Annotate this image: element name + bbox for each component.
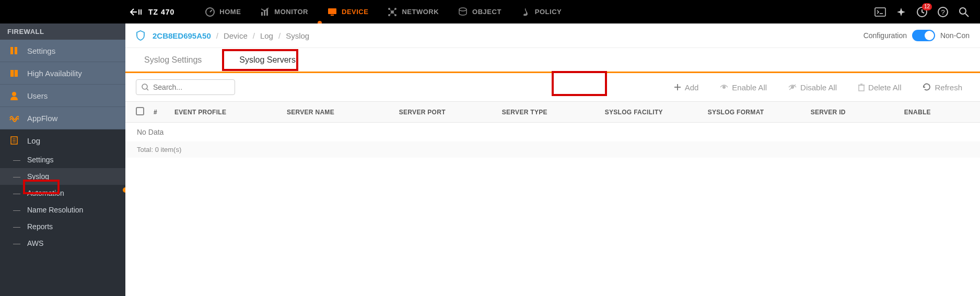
sub-item-aws[interactable]: —AWS: [0, 235, 125, 252]
delete-all-button[interactable]: Delete All: [850, 80, 908, 95]
enable-all-button[interactable]: Enable All: [712, 80, 774, 95]
sidebar-item-appflow[interactable]: AppFlow: [0, 107, 125, 129]
total-value: 0 item(s): [155, 146, 182, 153]
nav-home[interactable]: HOME: [195, 0, 250, 23]
sub-item-label: Automation: [27, 189, 64, 197]
nodes-icon: [387, 7, 398, 17]
svg-rect-7: [328, 8, 336, 14]
sidebar-item-label: AppFlow: [27, 114, 57, 123]
svg-rect-43: [859, 85, 864, 91]
nav-device[interactable]: DEVICE: [318, 0, 378, 23]
th-server-name[interactable]: SERVER NAME: [287, 109, 399, 116]
tab-syslog-settings[interactable]: Syslog Settings: [136, 49, 210, 71]
tabs: Syslog Settings Syslog Servers: [125, 48, 980, 73]
toggle-knob: [925, 31, 934, 40]
nav-monitor[interactable]: MONITOR: [250, 0, 318, 23]
stack-icon: [458, 7, 468, 17]
sub-item-syslog[interactable]: —Syslog: [0, 168, 125, 185]
refresh-icon: [922, 82, 931, 92]
nav-label: POLICY: [535, 8, 562, 16]
svg-point-24: [960, 8, 966, 14]
nav-label: MONITOR: [274, 8, 308, 16]
svg-point-40: [722, 86, 726, 89]
nav-policy[interactable]: POLICY: [511, 0, 571, 23]
crumb-serial[interactable]: 2CB8ED695A50: [153, 31, 211, 40]
sub-item-label: Name Resolution: [27, 206, 83, 214]
search-input[interactable]: [153, 83, 229, 91]
sub-item-label: AWS: [27, 239, 43, 247]
th-server-port[interactable]: SERVER PORT: [399, 109, 502, 116]
th-num[interactable]: #: [154, 109, 174, 116]
tab-syslog-servers[interactable]: Syslog Servers: [231, 49, 304, 71]
main-content: 2CB8ED695A50 / Device / Log / Syslog Con…: [125, 23, 980, 296]
btn-label: Add: [685, 83, 699, 92]
svg-rect-27: [15, 47, 17, 54]
user-icon: [9, 91, 20, 100]
th-syslog-facility[interactable]: SYSLOG FACILITY: [605, 109, 708, 116]
table-no-data: No Data: [125, 123, 980, 141]
config-mode-label: Non-Con: [940, 31, 970, 40]
tab-label: Syslog Settings: [144, 55, 202, 64]
nav-network[interactable]: NETWORK: [378, 0, 448, 23]
sidebar-item-log[interactable]: Log: [0, 129, 125, 151]
th-syslog-format[interactable]: SYSLOG FORMAT: [708, 109, 811, 116]
config-toggle[interactable]: [912, 30, 935, 41]
sub-item-settings[interactable]: —Settings: [0, 151, 125, 168]
search-icon: [142, 84, 149, 91]
search-input-wrap[interactable]: [136, 79, 235, 95]
total-label: Total:: [137, 146, 153, 153]
back-arrow-icon[interactable]: [130, 8, 143, 16]
disable-icon: [788, 84, 797, 91]
nav-label: HOME: [219, 8, 241, 16]
disable-all-button[interactable]: Disable All: [780, 80, 844, 95]
sub-item-name-resolution[interactable]: —Name Resolution: [0, 202, 125, 218]
svg-line-25: [965, 14, 969, 17]
crumb-sep: /: [216, 31, 218, 40]
nav-object[interactable]: OBJECT: [448, 0, 511, 23]
sub-item-label: Reports: [27, 222, 53, 231]
gauge-icon: [205, 7, 215, 17]
th-server-id[interactable]: SERVER ID: [811, 109, 904, 116]
help-icon[interactable]: ?: [937, 6, 949, 18]
chart-icon: [260, 7, 270, 17]
th-event-profile[interactable]: EVENT PROFILE: [174, 109, 287, 116]
checkbox-icon[interactable]: [136, 107, 144, 115]
monitor-icon: [327, 7, 337, 17]
terminal-icon[interactable]: [874, 6, 886, 18]
svg-line-14: [389, 9, 392, 12]
th-server-type[interactable]: SERVER TYPE: [502, 109, 605, 116]
sub-item-automation[interactable]: —Automation: [0, 185, 125, 202]
sidebar-item-settings[interactable]: Settings: [0, 40, 125, 62]
sidebar-section-firewall: FIREWALL: [0, 23, 125, 40]
sidebar-item-label: Log: [27, 136, 40, 145]
alerts-icon[interactable]: 12: [916, 6, 928, 18]
svg-rect-4: [261, 12, 263, 16]
sub-item-reports[interactable]: —Reports: [0, 218, 125, 235]
th-checkbox[interactable]: [136, 107, 154, 117]
search-icon[interactable]: [958, 6, 970, 18]
sidebar-item-ha[interactable]: High Availability: [0, 62, 125, 85]
refresh-button[interactable]: Refresh: [915, 79, 970, 95]
nav-label: DEVICE: [342, 8, 368, 16]
table-header: # EVENT PROFILE SERVER NAME SERVER PORT …: [125, 101, 980, 123]
flame-icon: [520, 7, 531, 17]
enable-icon: [719, 84, 729, 91]
crumb-syslog[interactable]: Syslog: [286, 31, 309, 40]
svg-rect-19: [875, 8, 885, 16]
sliders-icon: [9, 46, 20, 55]
topbar: TZ 470 HOME MONITOR DEVICE NETWORK OBJEC…: [0, 0, 980, 23]
th-enable[interactable]: ENABLE: [904, 109, 970, 116]
sidebar-item-users[interactable]: Users: [0, 85, 125, 107]
crumb-sep: /: [253, 31, 255, 40]
crumb-log[interactable]: Log: [260, 31, 273, 40]
svg-line-17: [392, 12, 395, 15]
alert-badge: 12: [922, 3, 932, 10]
svg-rect-8: [331, 15, 334, 16]
device-model: TZ 470: [148, 8, 174, 16]
crumb-sep: /: [278, 31, 281, 40]
sparkle-icon[interactable]: [895, 6, 907, 18]
add-button[interactable]: Add: [666, 80, 706, 95]
nav-label: OBJECT: [472, 8, 501, 16]
crumb-device[interactable]: Device: [224, 31, 248, 40]
config-mode: Configuration Non-Con: [864, 30, 970, 41]
